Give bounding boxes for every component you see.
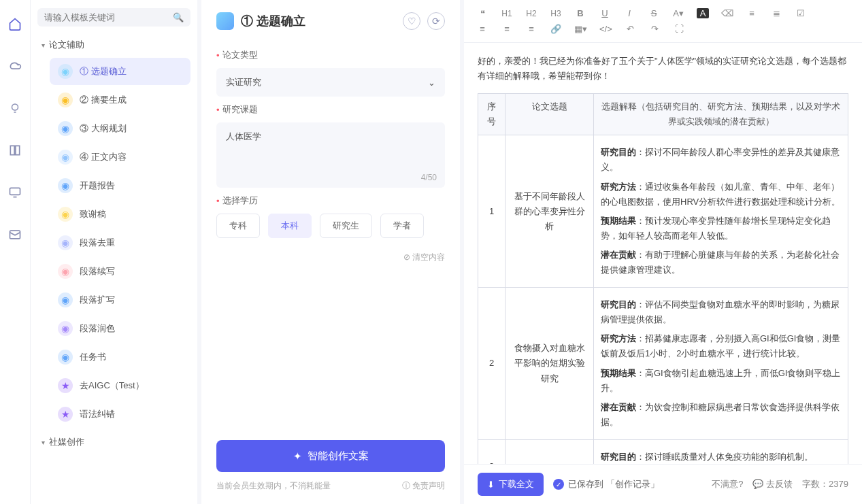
toolbar: ❝ H1 H2 H3 B U I S A▾ A ⌫ ≡ ≣ ☑ ≡ ≡ ≡ 🔗 …	[464, 0, 862, 43]
nav-item-9[interactable]: ◉段落润色	[50, 315, 190, 342]
download-button[interactable]: ⬇下载全文	[478, 473, 544, 496]
link-button[interactable]: 🔗	[550, 24, 562, 34]
quota-text: 当前会员生效期内，不消耗能量	[216, 480, 331, 492]
nav-label: 段落去重	[80, 237, 115, 249]
align-right-button[interactable]: ≡	[525, 24, 537, 34]
form-panel: ① 选题确立 ♡ ⟳ •论文类型 实证研究⌄ •研究课题 人体医学 4/50 •…	[201, 0, 460, 504]
table-button[interactable]: ▦▾	[574, 24, 587, 34]
search-box[interactable]: 🔍	[37, 8, 190, 27]
nav-icon: ◉	[58, 264, 73, 279]
code-button[interactable]: </>	[599, 24, 612, 34]
nav-label: ④ 正文内容	[80, 151, 127, 163]
nav-label: 任务书	[80, 351, 106, 363]
align-left-button[interactable]: ≡	[476, 24, 488, 34]
topics-table: 序号 论文选题 选题解释（包括研究目的、研究方法、预期结果，以及对学术界或实践领…	[478, 93, 848, 464]
table-row: 3研究目的：探讨睡眠质量对人体免疫功能的影响机制。研究方法：采用问卷调查结合生理…	[478, 439, 848, 464]
h1-button[interactable]: H1	[501, 9, 513, 18]
bulb-icon[interactable]	[7, 101, 22, 116]
magic-icon: ✦	[293, 450, 302, 463]
font-color-button[interactable]: A▾	[672, 8, 684, 18]
nav-item-10[interactable]: ◉任务书	[50, 343, 190, 371]
chevron-down-icon: ⌄	[428, 78, 435, 88]
bg-color-button[interactable]: A	[697, 8, 709, 18]
label-type: •论文类型	[216, 49, 445, 61]
nav-icon: ◉	[58, 207, 73, 222]
book-icon[interactable]	[7, 143, 22, 158]
h3-button[interactable]: H3	[550, 9, 562, 18]
nav-icon: ◉	[58, 292, 73, 307]
nav-item-5[interactable]: ◉致谢稿	[50, 201, 190, 228]
word-count: 字数：2379	[802, 478, 848, 490]
clear-format-button[interactable]: ⌫	[721, 8, 733, 18]
mail-icon[interactable]	[7, 227, 22, 242]
generate-button[interactable]: ✦智能创作文案	[216, 440, 445, 472]
nav-item-3[interactable]: ◉④ 正文内容	[50, 144, 190, 171]
search-input[interactable]	[44, 12, 173, 22]
label-edu: •选择学历	[216, 195, 445, 207]
nav-icon: ★	[58, 407, 73, 422]
search-icon: 🔍	[173, 12, 184, 22]
italic-button[interactable]: I	[623, 8, 635, 18]
group-thesis[interactable]: ▾论文辅助	[37, 36, 190, 54]
group-social[interactable]: ▾社媒创作	[37, 433, 190, 451]
label-topic: •研究课题	[216, 103, 445, 116]
monitor-icon[interactable]	[7, 185, 22, 200]
home-icon[interactable]	[7, 16, 22, 31]
nav-icon: ★	[58, 378, 73, 393]
sidebar: 🔍 ▾论文辅助 ◉① 选题确立◉② 摘要生成◉③ 大纲规划◉④ 正文内容◉开题报…	[30, 0, 197, 504]
bold-button[interactable]: B	[574, 8, 586, 18]
chip-专科[interactable]: 专科	[216, 214, 260, 238]
nav-label: 段落润色	[80, 322, 115, 335]
nav-item-8[interactable]: ◉段落扩写	[50, 286, 190, 314]
nav-icon: ◉	[58, 64, 73, 79]
chip-学者[interactable]: 学者	[380, 214, 424, 238]
table-row: 2食物摄入对血糖水平影响的短期实验研究研究目的：评估不同类型食物对血糖水平的即时…	[478, 288, 848, 440]
nav-label: 开题报告	[80, 180, 115, 192]
disclaimer-link[interactable]: ⓘ 免责声明	[402, 480, 445, 492]
nav-item-4[interactable]: ◉开题报告	[50, 172, 190, 199]
feedback-button[interactable]: 💬 去反馈	[752, 478, 793, 490]
editor-content[interactable]: 好的，亲爱的！我已经为你准备好了五个关于"人体医学"领域的实证研究论文选题，每个…	[464, 43, 862, 464]
nav-item-12[interactable]: ★语法纠错	[50, 401, 190, 428]
chip-研究生[interactable]: 研究生	[320, 214, 372, 238]
h2-button[interactable]: H2	[525, 9, 537, 18]
underline-button[interactable]: U	[599, 8, 611, 18]
svg-point-0	[12, 104, 18, 110]
history-button[interactable]: ⟳	[427, 12, 445, 30]
ol-button[interactable]: ≣	[770, 8, 782, 18]
favorite-button[interactable]: ♡	[403, 12, 420, 30]
chevron-down-icon: ▾	[42, 41, 45, 49]
nav-label: ① 选题确立	[80, 65, 127, 78]
saved-indicator: ✓已保存到 「创作记录」	[553, 478, 659, 490]
nav-icon: ◉	[58, 178, 73, 193]
nav-icon: ◉	[58, 121, 73, 136]
nav-label: 去AIGC（Test）	[80, 380, 144, 392]
checklist-button[interactable]: ☑	[795, 8, 807, 18]
nav-item-11[interactable]: ★去AIGC（Test）	[50, 372, 190, 399]
intro-text: 好的，亲爱的！我已经为你准备好了五个关于"人体医学"领域的实证研究论文选题，每个…	[478, 54, 848, 84]
nav-label: 段落续写	[80, 265, 115, 278]
clear-button[interactable]: ⊘ 清空内容	[216, 252, 445, 263]
align-center-button[interactable]: ≡	[501, 24, 513, 34]
ul-button[interactable]: ≡	[746, 8, 758, 18]
strike-button[interactable]: S	[648, 8, 660, 18]
nav-icon: ◉	[58, 235, 73, 250]
nav-label: 语法纠错	[80, 408, 115, 420]
nav-label: ② 摘要生成	[80, 94, 127, 106]
nav-item-0[interactable]: ◉① 选题确立	[50, 58, 190, 85]
nav-item-6[interactable]: ◉段落去重	[50, 229, 190, 256]
topic-input[interactable]: 人体医学 4/50	[216, 122, 445, 188]
type-select[interactable]: 实证研究⌄	[216, 68, 445, 97]
redo-button[interactable]: ↷	[649, 24, 661, 34]
chip-本科[interactable]: 本科	[268, 214, 312, 238]
cloud-icon[interactable]	[7, 58, 22, 73]
undo-button[interactable]: ↶	[625, 24, 637, 34]
nav-item-1[interactable]: ◉② 摘要生成	[50, 86, 190, 114]
unsatisfied-text: 不满意?	[712, 478, 743, 490]
quote-icon[interactable]: ❝	[476, 8, 488, 18]
panel-title: ① 选题确立	[241, 13, 396, 29]
nav-item-7[interactable]: ◉段落续写	[50, 258, 190, 285]
fullscreen-button[interactable]: ⛶	[674, 24, 686, 34]
nav-item-2[interactable]: ◉③ 大纲规划	[50, 115, 190, 142]
nav-label: ③ 大纲规划	[80, 122, 127, 135]
